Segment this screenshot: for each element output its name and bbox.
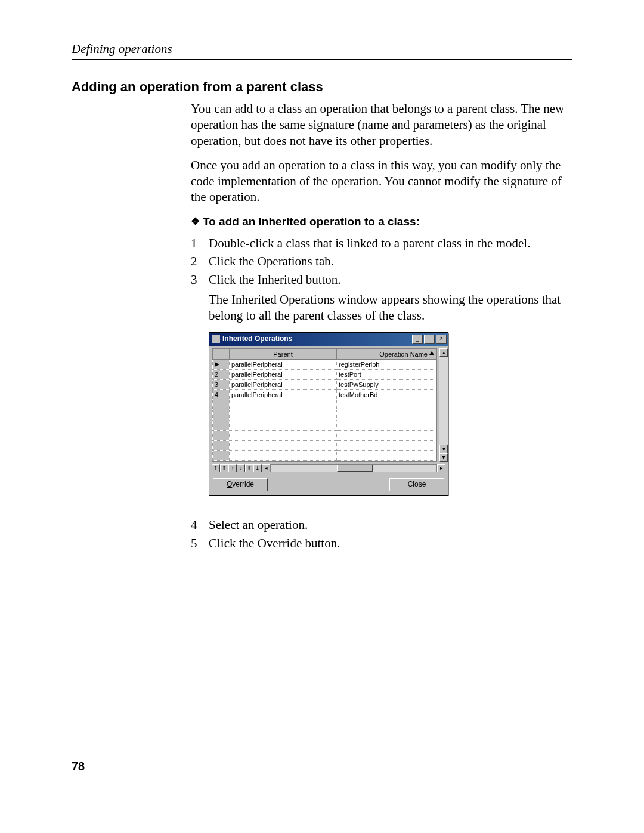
step-4: 4 Select an operation. xyxy=(191,517,572,533)
override-button[interactable]: Override xyxy=(213,478,268,491)
app-icon xyxy=(212,335,220,343)
step-text: Click the Override button. xyxy=(209,535,572,552)
table-row-empty[interactable] xyxy=(213,410,436,420)
cell-op: testPwSupply xyxy=(337,380,436,390)
intro-para-1: You can add to a class an operation that… xyxy=(191,101,572,149)
row-selector-header[interactable] xyxy=(213,349,230,359)
cell-parent: parallelPeripheral xyxy=(230,360,337,370)
table-row[interactable]: 3 parallelPeripheral testPwSupply xyxy=(213,380,436,390)
scroll-end-icon[interactable]: ▼ xyxy=(439,453,448,462)
step-5: 5 Click the Override button. xyxy=(191,535,572,552)
step-num: 5 xyxy=(191,535,209,552)
procedure-heading: ❖To add an inherited operation to a clas… xyxy=(191,215,572,229)
sort-asc-icon xyxy=(429,351,434,355)
step-text: Click the Operations tab. xyxy=(209,253,572,270)
minimize-button[interactable]: _ xyxy=(412,335,423,344)
step-num: 2 xyxy=(191,253,209,270)
table-row-empty[interactable] xyxy=(213,431,436,441)
scroll-right-icon[interactable]: ▸ xyxy=(437,464,445,472)
diamond-bullet-icon: ❖ xyxy=(191,215,199,228)
table-row[interactable]: 4 parallelPeripheral testMotherBd xyxy=(213,390,436,400)
nav-prev-icon[interactable]: ↑ xyxy=(228,464,237,472)
table-row-empty[interactable] xyxy=(213,451,436,461)
cell-parent: parallelPeripheral xyxy=(230,370,337,380)
nav-first-icon[interactable]: ⤒ xyxy=(212,464,220,472)
grid-header-row: Parent Operation Name xyxy=(213,349,436,359)
col-operation-name[interactable]: Operation Name xyxy=(337,349,436,359)
table-row[interactable]: 2 parallelPeripheral testPort xyxy=(213,370,436,380)
dialog-titlebar: Inherited Operations _ □ × xyxy=(209,333,448,346)
intro-para-2: Once you add an operation to a class in … xyxy=(191,157,572,206)
scroll-down-icon[interactable]: ▾ xyxy=(439,445,448,453)
nav-next-icon[interactable]: ↓ xyxy=(237,464,245,472)
operations-grid[interactable]: Parent Operation Name parallelPeripheral… xyxy=(212,348,437,462)
current-row-arrow-icon xyxy=(215,362,219,367)
steps-list-a: 1 Double-click a class that is linked to… xyxy=(191,236,572,507)
page-number: 78 xyxy=(72,760,85,773)
nav-last-icon[interactable]: ⤓ xyxy=(253,464,262,472)
cell-op: testPort xyxy=(337,370,436,380)
vertical-scrollbar[interactable]: ▴ ▾ ▼ xyxy=(439,348,448,462)
table-row-empty[interactable] xyxy=(213,441,436,451)
table-row-empty[interactable] xyxy=(213,400,436,410)
hscroll-track[interactable] xyxy=(270,464,437,472)
steps-list-b: 4 Select an operation. 5 Click the Overr… xyxy=(191,517,572,552)
scroll-up-icon[interactable]: ▴ xyxy=(439,348,448,357)
close-button[interactable]: Close xyxy=(389,478,444,491)
running-head: Defining operations xyxy=(72,42,572,60)
nav-down-icon[interactable]: ⇓ xyxy=(245,464,253,472)
step-num: 3 xyxy=(191,272,209,507)
step-3-result: The Inherited Operations window appears … xyxy=(209,292,572,324)
grid-nav-bar: ⤒ ⇑ ↑ ↓ ⇓ ⤓ ◂ ▸ xyxy=(212,464,445,472)
cell-parent: parallelPeripheral xyxy=(230,390,337,400)
step-text: Double-click a class that is linked to a… xyxy=(209,236,572,252)
row-number: 3 xyxy=(213,380,230,390)
nav-up-icon[interactable]: ⇑ xyxy=(220,464,228,472)
step-1: 1 Double-click a class that is linked to… xyxy=(191,236,572,252)
dialog-title: Inherited Operations xyxy=(222,335,411,343)
scroll-track[interactable] xyxy=(439,357,448,445)
step-text: Select an operation. xyxy=(209,517,572,533)
step-2: 2 Click the Operations tab. xyxy=(191,253,572,270)
table-row-empty[interactable] xyxy=(213,420,436,431)
step-num: 4 xyxy=(191,517,209,533)
cell-op: testMotherBd xyxy=(337,390,436,400)
row-number: 2 xyxy=(213,370,230,380)
step-num: 1 xyxy=(191,236,209,252)
maximize-button[interactable]: □ xyxy=(424,335,435,344)
row-number: 4 xyxy=(213,390,230,400)
col-parent[interactable]: Parent xyxy=(230,349,337,359)
section-title: Adding an operation from a parent class xyxy=(72,79,572,95)
table-row[interactable]: parallelPeripheral registerPeriph xyxy=(213,360,436,370)
step-text: Click the Inherited button. xyxy=(209,272,572,288)
inherited-operations-dialog: Inherited Operations _ □ × xyxy=(209,332,448,496)
cell-parent: parallelPeripheral xyxy=(230,380,337,390)
procedure-heading-text: To add an inherited operation to a class… xyxy=(203,215,420,228)
hscroll-thumb[interactable] xyxy=(337,465,373,472)
row-indicator xyxy=(213,360,230,370)
close-icon[interactable]: × xyxy=(436,335,447,344)
cell-op: registerPeriph xyxy=(337,360,436,370)
step-3: 3 Click the Inherited button. The Inheri… xyxy=(191,272,572,507)
scroll-left-icon[interactable]: ◂ xyxy=(262,464,270,472)
